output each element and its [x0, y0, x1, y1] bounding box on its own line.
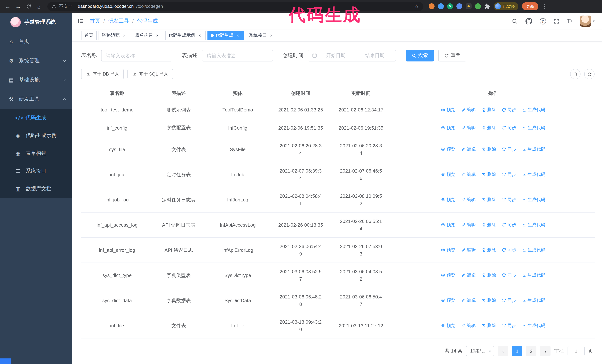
extension-icon-drop[interactable] — [438, 3, 444, 9]
reset-button[interactable]: 重置 — [438, 50, 466, 62]
generate-code-link[interactable]: 生成代码 — [522, 272, 545, 279]
sync-link[interactable]: 同步 — [502, 146, 516, 153]
sync-link[interactable]: 同步 — [502, 222, 516, 228]
delete-link[interactable]: 删除 — [481, 222, 496, 228]
page-1-button[interactable]: 1 — [512, 346, 522, 356]
table-name-input[interactable] — [101, 50, 172, 62]
help-button[interactable]: ? — [540, 18, 546, 24]
preview-link[interactable]: 预览 — [441, 247, 455, 253]
close-icon[interactable]: × — [269, 33, 274, 38]
tab-codegen[interactable]: 代码生成 × — [207, 31, 244, 40]
fullscreen-button[interactable] — [553, 18, 559, 24]
tab-form-builder[interactable]: 表单构建 × — [132, 31, 163, 40]
browser-update-button[interactable]: 更新 — [522, 2, 538, 10]
next-page-button[interactable]: › — [540, 346, 550, 356]
font-size-button[interactable]: TT — [567, 18, 573, 24]
sidebar-item-db-doc[interactable]: ▥ 数据库文档 — [0, 180, 72, 198]
edit-link[interactable]: 编辑 — [461, 247, 476, 253]
delete-link[interactable]: 删除 — [481, 322, 496, 329]
page-size-select[interactable]: 10条/页 ▾ — [466, 346, 494, 356]
edit-link[interactable]: 编辑 — [461, 107, 476, 113]
generate-code-link[interactable]: 生成代码 — [522, 222, 545, 228]
sidebar-item-infrastructure[interactable]: ▤ 基础设施 — [0, 70, 72, 90]
generate-code-link[interactable]: 生成代码 — [522, 146, 545, 153]
bookmark-star-icon[interactable]: ☆ — [414, 3, 419, 9]
delete-link[interactable]: 删除 — [481, 171, 496, 178]
edit-link[interactable]: 编辑 — [461, 171, 476, 178]
delete-link[interactable]: 删除 — [481, 247, 496, 253]
sync-link[interactable]: 同步 — [502, 247, 516, 253]
generate-code-link[interactable]: 生成代码 — [522, 297, 545, 304]
browser-back-button[interactable]: ← — [4, 3, 11, 10]
page-2-button[interactable]: 2 — [526, 346, 537, 356]
sidebar-item-system-api[interactable]: ☰ 系统接口 — [0, 162, 72, 180]
tab-system-api[interactable]: 系统接口 × — [246, 31, 277, 40]
preview-link[interactable]: 预览 — [441, 322, 455, 329]
date-range-picker[interactable]: 开始日期 - 结束日期 — [308, 50, 396, 62]
table-desc-input[interactable] — [202, 50, 273, 62]
address-bar[interactable]: 不安全 dashboard.yudao.iocoder.cn/tool/code… — [47, 2, 423, 11]
sidebar-item-home[interactable]: ⌂ 首页 — [0, 32, 72, 51]
preview-link[interactable]: 预览 — [441, 146, 455, 153]
app-logo[interactable]: 芋道管理系统 — [0, 13, 72, 32]
edit-link[interactable]: 编辑 — [461, 272, 476, 279]
generate-code-link[interactable]: 生成代码 — [522, 171, 545, 178]
tab-tracing[interactable]: 链路追踪 × — [98, 31, 130, 40]
toggle-search-button[interactable] — [570, 69, 580, 79]
extension-icon-orange[interactable] — [429, 3, 435, 9]
tab-codegen-example[interactable]: 代码生成示例 × — [165, 31, 206, 40]
browser-menu-icon[interactable]: ⋮ — [542, 3, 547, 9]
sidebar-item-devtools[interactable]: ⚒ 研发工具 — [0, 90, 72, 109]
sync-link[interactable]: 同步 — [502, 322, 516, 329]
edit-link[interactable]: 编辑 — [461, 146, 476, 153]
preview-link[interactable]: 预览 — [441, 125, 455, 131]
sync-link[interactable]: 同步 — [502, 125, 516, 131]
close-icon[interactable]: × — [197, 33, 202, 38]
import-db-button[interactable]: 基于 DB 导入 — [81, 69, 124, 79]
extension-icon-dark[interactable] — [466, 3, 472, 9]
preview-link[interactable]: 预览 — [441, 272, 455, 279]
tab-home[interactable]: 首页 — [81, 31, 97, 40]
user-menu[interactable]: ▾ — [580, 16, 595, 27]
close-icon[interactable]: × — [235, 33, 240, 38]
refresh-table-button[interactable] — [584, 69, 595, 79]
preview-link[interactable]: 预览 — [441, 297, 455, 304]
jump-page-input[interactable] — [568, 346, 585, 356]
github-button[interactable] — [525, 18, 532, 25]
breadcrumb-home[interactable]: 首页 — [90, 18, 100, 24]
sidebar-item-codegen-example[interactable]: ◈ 代码生成示例 — [0, 127, 72, 145]
preview-link[interactable]: 预览 — [441, 197, 455, 203]
sync-link[interactable]: 同步 — [502, 107, 516, 113]
preview-link[interactable]: 预览 — [441, 222, 455, 228]
extension-icon-green[interactable] — [475, 3, 481, 9]
extension-icon-vue[interactable]: V — [447, 3, 453, 9]
edit-link[interactable]: 编辑 — [461, 322, 476, 329]
prev-page-button[interactable]: ‹ — [498, 346, 508, 356]
close-icon[interactable]: × — [121, 33, 127, 38]
sidebar-item-codegen[interactable]: </> 代码生成 — [0, 109, 72, 127]
preview-link[interactable]: 预览 — [441, 171, 455, 178]
import-sql-button[interactable]: 基于 SQL 导入 — [128, 69, 173, 79]
browser-reload-button[interactable] — [25, 3, 32, 9]
sync-link[interactable]: 同步 — [502, 272, 516, 279]
generate-code-link[interactable]: 生成代码 — [522, 247, 545, 253]
sync-link[interactable]: 同步 — [502, 197, 516, 203]
edit-link[interactable]: 编辑 — [461, 125, 476, 131]
browser-forward-button[interactable]: → — [15, 3, 22, 10]
delete-link[interactable]: 删除 — [481, 146, 496, 153]
generate-code-link[interactable]: 生成代码 — [522, 197, 545, 203]
profile-paused-chip[interactable]: 已暂停 — [494, 2, 518, 10]
sidebar-item-system-management[interactable]: ⚙ 系统管理 — [0, 51, 72, 70]
sidebar-toggle-button[interactable] — [77, 18, 84, 24]
delete-link[interactable]: 删除 — [481, 272, 496, 279]
generate-code-link[interactable]: 生成代码 — [522, 322, 545, 329]
generate-code-link[interactable]: 生成代码 — [522, 125, 545, 131]
preview-link[interactable]: 预览 — [441, 107, 455, 113]
edit-link[interactable]: 编辑 — [461, 197, 476, 203]
delete-link[interactable]: 删除 — [481, 125, 496, 131]
header-search-button[interactable] — [511, 18, 518, 24]
sidebar-item-form-builder[interactable]: ▦ 表单构建 — [0, 145, 72, 162]
browser-home-button[interactable]: ⌂ — [36, 3, 42, 10]
close-icon[interactable]: × — [155, 33, 160, 38]
sync-link[interactable]: 同步 — [502, 171, 516, 178]
